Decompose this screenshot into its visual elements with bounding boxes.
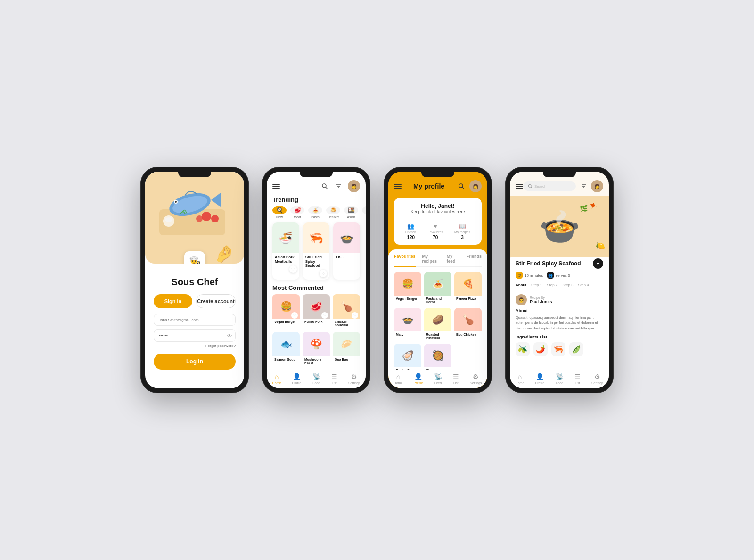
card-1-heart[interactable]: ♡ bbox=[289, 265, 297, 273]
nav-profile[interactable]: 👤 Profile bbox=[292, 373, 302, 385]
login-button[interactable]: Log In bbox=[154, 354, 236, 370]
category-pasta[interactable]: 🍝 Pasta bbox=[308, 206, 322, 219]
detail-tab-step3[interactable]: Step 3 bbox=[562, 283, 573, 287]
profile-nav-home[interactable]: ⌂ Home bbox=[394, 373, 403, 385]
feed-icon-3: 📡 bbox=[434, 373, 442, 380]
fav-card-7[interactable]: 🦪 Pantry Cane bbox=[394, 344, 421, 370]
detail-tab-step4[interactable]: Step 4 bbox=[578, 283, 589, 287]
user-avatar[interactable]: 👩 bbox=[348, 180, 360, 192]
search-icon[interactable] bbox=[320, 181, 330, 191]
ingredient-oil[interactable]: 🫒 bbox=[516, 342, 530, 356]
menu-icon[interactable] bbox=[272, 184, 280, 189]
detail-nav-list[interactable]: ☰ List bbox=[574, 373, 581, 385]
comment-1-heart[interactable]: ♡ bbox=[291, 312, 298, 319]
card-2-heart[interactable]: ♡ bbox=[320, 270, 327, 277]
tab-favourites[interactable]: Favourites bbox=[394, 254, 416, 267]
fav-card-3[interactable]: 🍕 Paneer Pizza bbox=[454, 272, 482, 305]
category-bread[interactable]: 🍞 Bread bbox=[362, 206, 366, 219]
comment-card-3[interactable]: 🍗 Chicken Souvlaki ♡ bbox=[333, 294, 360, 328]
more-card-3[interactable]: 🥟 Gua Bao bbox=[333, 332, 360, 366]
detail-avatar[interactable]: 👩 bbox=[591, 180, 603, 192]
comment-2-heart[interactable]: ♡ bbox=[321, 312, 328, 319]
create-account-button[interactable]: Create account bbox=[196, 294, 236, 308]
nav-feed[interactable]: 📡 Feed bbox=[312, 373, 320, 385]
friends-icon: 👥 bbox=[407, 223, 414, 230]
profile-nav-feed[interactable]: 📡 Feed bbox=[434, 373, 442, 385]
profile-nav-settings[interactable]: ⚙ Settings bbox=[470, 373, 482, 385]
category-meat[interactable]: 🥩 Meat bbox=[290, 206, 304, 219]
login-content: Sous Chef Sign In Create account 👁 Forgo… bbox=[145, 264, 244, 375]
nav-settings[interactable]: ⚙ Settings bbox=[348, 373, 360, 385]
detail-tabs: About Step 1 Step 2 Step 3 Step 4 bbox=[516, 283, 603, 290]
nav-list[interactable]: ☰ List bbox=[331, 373, 337, 385]
comment-2-title: Pulled Pork bbox=[303, 319, 330, 325]
card-1-image: 🍜 bbox=[272, 222, 299, 253]
tab-myrecipes[interactable]: My recipes bbox=[422, 254, 440, 266]
forgot-password[interactable]: Forgot password? bbox=[154, 344, 236, 348]
filter-icon[interactable] bbox=[334, 181, 344, 191]
auth-buttons: Sign In Create account bbox=[154, 294, 236, 308]
tab-myfeed[interactable]: My feed bbox=[447, 254, 460, 266]
email-input[interactable] bbox=[154, 314, 236, 326]
top-bar-icons: 👩 bbox=[320, 180, 360, 192]
ingredient-chili[interactable]: 🌶️ bbox=[533, 342, 548, 356]
settings-icon-3: ⚙ bbox=[473, 373, 479, 380]
fav-card-8[interactable]: 🥘 Ch... bbox=[424, 344, 451, 370]
comment-card-1[interactable]: 🍔 Vegan Burger ♡ bbox=[272, 294, 300, 328]
more-2-img: 🍄 bbox=[303, 332, 330, 356]
trending-card-3[interactable]: 🍲 Th... bbox=[333, 222, 360, 280]
fav-card-4[interactable]: 🍲 Ma... bbox=[394, 308, 421, 341]
fav-card-5[interactable]: 🥔 Roasted Potatoes bbox=[424, 308, 451, 341]
profile-nav-list[interactable]: ☰ List bbox=[453, 373, 459, 385]
category-new[interactable]: 🍳 New bbox=[272, 206, 287, 219]
svg-point-5 bbox=[175, 201, 177, 203]
detail-hero: ✦ 🌿 🍋 🍲 bbox=[510, 196, 609, 257]
trending-cards: 🍜 Asian Pork Meatballs ♡ 🦐 Stir Fried Sp… bbox=[267, 222, 366, 284]
signin-button[interactable]: Sign In bbox=[154, 294, 192, 308]
more-card-2[interactable]: 🍄 Mushroom Pasta bbox=[303, 332, 330, 366]
fav-2-title: Pasta and Herbs bbox=[424, 296, 451, 305]
phone-1-login: 🤌 👨‍🍳 Sous Chef Sign In Create account bbox=[140, 167, 249, 393]
fav-card-1[interactable]: 🍔 Vegan Burger bbox=[394, 272, 421, 305]
login-hero: 🤌 👨‍🍳 bbox=[145, 172, 244, 264]
profile-avatar[interactable]: 👩 bbox=[469, 180, 482, 192]
profile-search-icon[interactable] bbox=[456, 181, 467, 191]
nav-home[interactable]: ⌂ Home bbox=[272, 373, 281, 385]
author-by: Recipe By bbox=[530, 296, 552, 299]
fav-card-6[interactable]: 🍗 Bbq Chicken bbox=[454, 308, 482, 341]
detail-tab-step2[interactable]: Step 2 bbox=[547, 283, 557, 287]
comment-3-heart[interactable]: ♡ bbox=[352, 312, 358, 319]
author-row: 👨 Recipe By Paul Jones bbox=[516, 294, 603, 305]
profile-nav-profile[interactable]: 👤 Profile bbox=[414, 373, 423, 385]
fav-card-2[interactable]: 🍝 Pasta and Herbs bbox=[424, 272, 451, 305]
detail-nav-settings[interactable]: ⚙ Settings bbox=[591, 373, 603, 385]
trending-card-1[interactable]: 🍜 Asian Pork Meatballs ♡ bbox=[272, 222, 299, 280]
detail-nav-profile[interactable]: 👤 Profile bbox=[535, 373, 545, 385]
detail-nav-feed[interactable]: 📡 Feed bbox=[556, 373, 564, 385]
show-password-icon[interactable]: 👁 bbox=[227, 333, 232, 338]
profile-menu-icon[interactable] bbox=[394, 184, 402, 189]
category-dessert[interactable]: 🍮 Dessert bbox=[326, 206, 340, 219]
fav-8-img: 🥘 bbox=[424, 344, 451, 367]
detail-search-bar[interactable]: Search bbox=[523, 181, 576, 191]
detail-tab-about[interactable]: About bbox=[516, 283, 526, 287]
comment-card-2[interactable]: 🥩 Pulled Pork ♡ bbox=[303, 294, 330, 328]
trending-card-2[interactable]: 🦐 Stir Fried Spicy Seafood ♡ bbox=[303, 222, 330, 280]
home-icon: ⌂ bbox=[275, 373, 279, 380]
category-asian[interactable]: 🍱 Asian bbox=[344, 206, 358, 219]
card-2-image: 🦐 bbox=[303, 222, 330, 253]
password-input[interactable] bbox=[154, 329, 236, 342]
detail-nav-home[interactable]: ⌂ Home bbox=[516, 373, 525, 385]
tab-friends[interactable]: Friends bbox=[466, 254, 482, 266]
detail-filter-icon[interactable] bbox=[579, 181, 589, 191]
detail-tab-step1[interactable]: Step 1 bbox=[531, 283, 542, 287]
detail-menu-icon[interactable] bbox=[516, 184, 523, 189]
greeting-sub: Keep track of favourites here bbox=[400, 209, 476, 214]
recipe-heart[interactable]: ♥ bbox=[593, 258, 603, 269]
more-card-1[interactable]: 🐟 Salmon Soup bbox=[272, 332, 300, 366]
card-1-bottom: ♡ bbox=[272, 264, 299, 275]
fav-1-title: Vegan Burger bbox=[394, 296, 421, 302]
ingredient-shrimp[interactable]: 🦐 bbox=[551, 342, 566, 356]
ingredient-peas[interactable]: 🫛 bbox=[569, 342, 583, 356]
clock-icon: ⏱ bbox=[516, 272, 523, 279]
